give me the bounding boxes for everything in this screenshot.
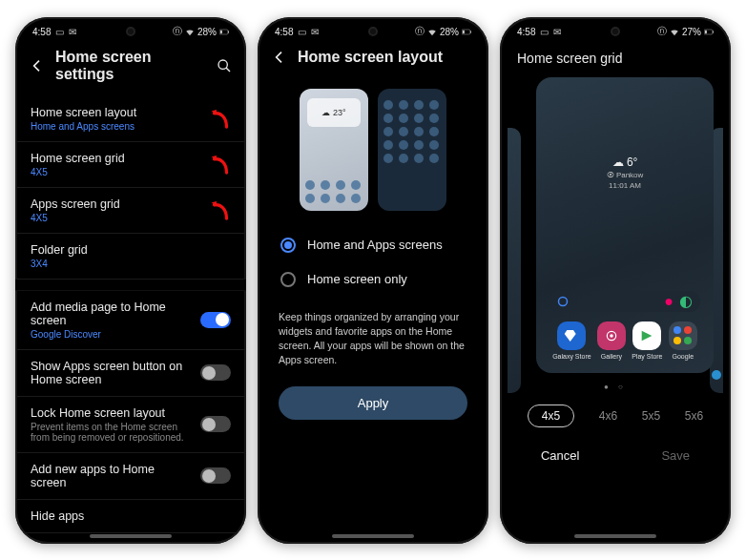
grid-option[interactable]: 5x5 [642,409,660,423]
layout-preview-row: ☁ 23° [258,79,488,228]
page-title: Home screen settings [55,49,206,83]
battery-percent: 28% [197,27,217,37]
home-preview-panel[interactable]: ☁ 6° ⦿ Pankow 11:01 AM ● ◐ Galaxy StoreG… [536,77,714,373]
svg-rect-2 [228,31,229,33]
layout-option[interactable]: Home and Apps screens [258,228,488,262]
grid-option[interactable]: 5x6 [685,409,703,423]
apply-button[interactable]: Apply [279,386,467,420]
setting-title: Folder grid [31,243,231,257]
toggle-switch[interactable] [200,312,231,328]
mic-icon: ● [664,293,673,310]
lens-icon: ◐ [679,292,693,310]
app-icon [557,321,586,350]
setting-item[interactable]: Folder grid3X4 [15,234,246,280]
svg-rect-5 [463,30,465,32]
google-search-bar: ● ◐ [549,291,700,312]
setting-item[interactable]: Show Apps screen button on Home screen [15,350,246,397]
dock-app[interactable]: Galaxy Store [552,321,591,360]
dock-app[interactable]: Play Store [632,321,662,360]
phone-1-settings: 4:58 ▭ ✉ ⓝ 28% Home screen settings Home… [15,17,246,544]
svg-point-10 [559,297,568,305]
setting-title: Home screen layout [31,106,231,119]
app-icon [597,321,626,350]
header: Home screen settings [15,41,246,96]
camera-notch [126,27,135,36]
wifi-icon [185,27,195,36]
status-time: 4:58 [32,27,51,37]
search-icon[interactable] [216,57,233,74]
mini-weather-widget: ☁ 23° [307,98,361,127]
wifi-icon [670,27,679,36]
back-icon[interactable] [29,57,46,74]
app-icon [669,321,697,350]
app-label: Gallery [601,353,622,360]
setting-subtitle: Home and Apps screens [31,121,231,132]
app-label: Play Store [632,353,662,360]
grid-option[interactable]: 4x6 [599,409,617,423]
setting-subtitle: 4X5 [31,213,231,223]
battery-icon [219,27,229,36]
svg-point-3 [218,60,227,69]
radio-icon [280,238,296,253]
svg-rect-1 [220,30,222,32]
grid-option[interactable]: 4x5 [528,404,574,427]
nfc-icon: ⓝ [657,27,667,36]
save-button[interactable]: Save [642,443,709,468]
nav-pill[interactable] [90,534,172,538]
nav-pill[interactable] [332,534,414,538]
weather-time: 11:01 AM [536,181,714,190]
action-buttons: Cancel Save [500,437,731,474]
battery-icon [462,27,471,36]
nfc-icon: ⓝ [415,27,425,36]
setting-title: Hide apps [31,509,231,523]
page-title: Home screen layout [298,49,475,66]
setting-subtitle: Google Discover [31,329,191,340]
nav-pill[interactable] [574,534,656,538]
setting-item[interactable]: Apps screen grid4X5 [15,188,246,234]
google-icon [557,296,569,307]
setting-subtitle: 4X5 [31,167,231,177]
setting-item[interactable]: Add new apps to Home screen [15,453,246,500]
setting-title: Add media page to Home screen [31,301,191,327]
weather-temp: ☁ 6° [536,156,714,169]
layout-option[interactable]: Home screen only [258,262,488,297]
adjacent-preview-left[interactable] [508,128,521,393]
phone-3-grid: 4:58 ▭ ✉ ⓝ 27% Home screen grid ☁ 6° ⦿ P… [500,17,731,544]
toggle-switch[interactable] [200,416,231,432]
message-icon: ✉ [68,27,77,36]
annotation-arrow-icon [208,152,233,176]
header: Home screen layout [258,41,488,79]
setting-title: Add new apps to Home screen [31,463,191,489]
phone-2-layout: 4:58 ▭ ✉ ⓝ 28% Home screen layout ☁ 23° [258,17,488,544]
toggle-switch[interactable] [200,364,231,381]
battery-icon [704,27,714,36]
setting-item[interactable]: Home screen layoutHome and Apps screens [15,96,246,142]
mini-preview-home: ☁ 23° [300,89,368,211]
radio-icon [280,272,296,287]
weather-location: ⦿ Pankow [536,171,714,179]
layout-description: Keep things organized by arranging your … [258,297,488,382]
svg-point-12 [610,334,613,338]
toggle-switch[interactable] [200,467,231,484]
setting-item[interactable]: Hide apps [15,500,246,533]
app-label: Google [673,353,694,360]
page-indicator: ● ○ [500,373,731,401]
cancel-button[interactable]: Cancel [522,443,598,468]
mini-preview-apps [378,89,446,211]
setting-item[interactable]: Home screen grid4X5 [15,142,246,188]
svg-rect-6 [470,31,471,33]
calendar-icon: ▭ [54,27,64,36]
nfc-icon: ⓝ [173,27,182,36]
setting-title: Show Apps screen button on Home screen [31,360,191,386]
dock-app[interactable]: Gallery [597,321,626,360]
page-title: Home screen grid [500,41,731,72]
setting-item[interactable]: Add media page to Home screenGoogle Disc… [15,291,246,350]
setting-item[interactable]: Lock Home screen layoutPrevent items on … [15,397,246,453]
back-icon[interactable] [271,49,288,66]
app-label: Galaxy Store [552,353,591,360]
annotation-arrow-icon [208,106,233,131]
dock-app[interactable]: Google [669,321,697,360]
message-icon: ✉ [310,27,320,36]
camera-notch [368,27,378,36]
grid-size-options: 4x54x65x55x6 [500,401,731,437]
